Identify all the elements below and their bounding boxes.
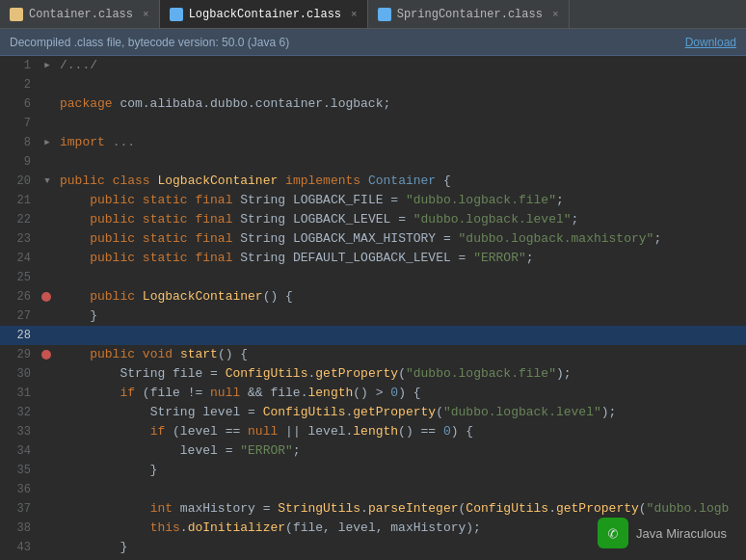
line-gutter [39,326,56,345]
line-content: public static final String DEFAULT_LOGBA… [56,249,746,268]
line-gutter [39,75,56,94]
code-line: 2 [0,75,746,94]
line-gutter [39,191,56,210]
watermark: ✆ Java Miraculous [598,518,727,548]
code-line-active: 28 [0,326,746,345]
tab-close-logback[interactable]: × [351,9,358,20]
line-gutter [39,384,56,403]
line-gutter [39,480,56,499]
tab-close-spring[interactable]: × [552,9,559,20]
code-line: 35 } [0,461,746,480]
line-gutter [39,229,56,249]
tab-close-container[interactable]: × [143,9,149,20]
code-line: 27 } [0,307,746,326]
line-gutter [39,210,56,229]
line-number: 20 [0,172,39,191]
line-gutter [39,94,56,114]
line-content [56,75,746,94]
line-content: /.../ [56,56,746,75]
line-gutter [39,519,56,538]
line-number: 7 [0,114,39,133]
code-line: 8 ▶ import ... [0,133,746,152]
info-bar: Decompiled .class file, bytecode version… [0,29,746,56]
line-content: if (file != null && file.length() > 0) { [56,384,746,403]
line-content [56,152,746,172]
line-gutter[interactable]: ▼ [39,172,56,191]
line-number: 33 [0,422,39,441]
tab-label-container: Container.class [29,8,133,21]
tab-label-spring: SpringContainer.class [397,8,543,21]
line-content [56,326,746,345]
line-gutter [39,422,56,441]
line-gutter [39,441,56,461]
line-number: 35 [0,461,39,480]
line-number: 43 [0,538,39,557]
line-gutter [39,499,56,519]
line-number: 6 [0,94,39,114]
code-line: 31 if (file != null && file.length() > 0… [0,384,746,403]
code-line: 25 [0,268,746,287]
info-bar-text: Decompiled .class file, bytecode version… [10,36,289,49]
line-gutter [39,403,56,422]
line-number: 22 [0,210,39,229]
line-number: 29 [0,345,39,364]
code-line: 26 public LogbackContainer() { [0,287,746,307]
line-number: 36 [0,480,39,499]
line-content: public static final String LOGBACK_FILE … [56,191,746,210]
line-number: 26 [0,287,39,307]
tab-logback-class[interactable]: LogbackContainer.class × [160,0,368,28]
line-content [56,268,746,287]
line-content: package com.alibaba.dubbo.container.logb… [56,94,746,114]
line-gutter-bp[interactable] [39,287,56,307]
tab-container-class[interactable]: Container.class × [0,0,160,28]
tab-label-logback: LogbackContainer.class [189,8,341,21]
line-content: int maxHistory = StringUtils.parseIntege… [56,499,746,519]
tab-bar: Container.class × LogbackContainer.class… [0,0,746,29]
line-number: 8 [0,133,39,152]
line-content: public void start() { [56,345,746,364]
download-link[interactable]: Download [685,36,736,49]
code-line: 9 [0,152,746,172]
tab-spring-class[interactable]: SpringContainer.class × [368,0,570,28]
code-line: 33 if (level == null || level.length() =… [0,422,746,441]
code-line: 29 public void start() { [0,345,746,364]
line-content [56,114,746,133]
tab-icon-container [10,8,23,21]
line-gutter [39,538,56,557]
tab-icon-spring [378,8,391,21]
line-content: } [56,461,746,480]
line-gutter-bp[interactable] [39,345,56,364]
code-line: 37 int maxHistory = StringUtils.parseInt… [0,499,746,519]
line-number: 28 [0,326,39,345]
watermark-icon: ✆ [598,518,628,548]
line-number: 9 [0,152,39,172]
line-number: 34 [0,441,39,461]
line-content: public static final String LOGBACK_LEVEL… [56,210,746,229]
code-line: 30 String file = ConfigUtils.getProperty… [0,364,746,384]
line-content: String file = ConfigUtils.getProperty("d… [56,364,746,384]
line-content: public class LogbackContainer implements… [56,172,746,191]
line-number: 32 [0,403,39,422]
code-line: 21 public static final String LOGBACK_FI… [0,191,746,210]
line-gutter[interactable]: ▶ [39,56,56,75]
line-number: 27 [0,307,39,326]
code-line: 22 public static final String LOGBACK_LE… [0,210,746,229]
code-line: 24 public static final String DEFAULT_LO… [0,249,746,268]
line-content: public LogbackContainer() { [56,287,746,307]
line-content [56,480,746,499]
line-number: 37 [0,499,39,519]
line-number: 23 [0,229,39,249]
code-area: 1 ▶ /.../ 2 6 package com.alibaba.dubbo.… [0,56,746,560]
line-gutter[interactable]: ▶ [39,133,56,152]
code-line: 23 public static final String LOGBACK_MA… [0,229,746,249]
line-content: public static final String LOGBACK_MAX_H… [56,229,746,249]
line-number: 2 [0,75,39,94]
line-gutter [39,307,56,326]
line-number: 31 [0,384,39,403]
tab-icon-logback [170,8,183,21]
code-line: 1 ▶ /.../ [0,56,746,75]
line-gutter [39,152,56,172]
line-gutter [39,114,56,133]
line-content: String level = ConfigUtils.getProperty("… [56,403,746,422]
line-gutter [39,268,56,287]
